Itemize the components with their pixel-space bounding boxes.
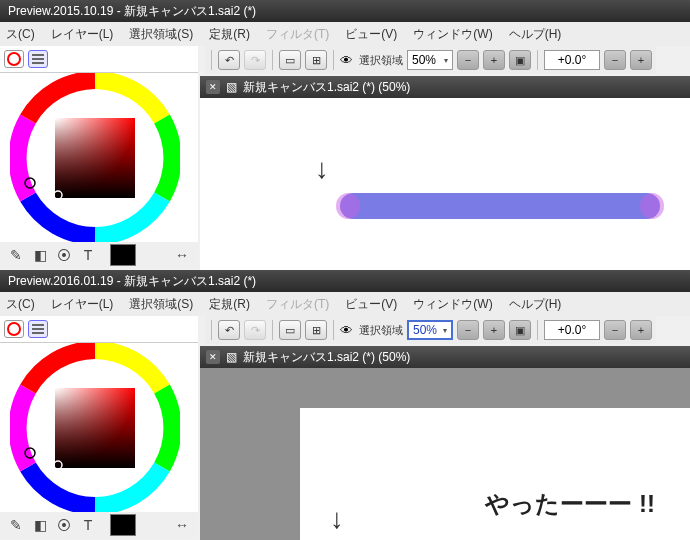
color-wheel-mode-button[interactable] [4, 320, 24, 338]
menu-selection[interactable]: 選択領域(S) [129, 296, 193, 313]
title-bar: Preview.2016.01.19 - 新規キャンバス1.sai2 (*) [0, 270, 690, 292]
zoom-in-button[interactable]: + [483, 50, 505, 70]
canvas-viewport[interactable]: ↓ [200, 98, 690, 270]
svg-rect-8 [55, 388, 135, 468]
zoom-input[interactable]: 50%▾ [407, 50, 453, 70]
arrow-annotation: ↓ [315, 153, 329, 185]
pen-tool[interactable]: ✎ [6, 245, 26, 265]
menu-selection[interactable]: 選択領域(S) [129, 26, 193, 43]
menu-canvas[interactable]: ス(C) [6, 26, 35, 43]
grid-button[interactable]: ⊞ [305, 320, 327, 340]
window-title: Preview.2015.10.19 - 新規キャンバス1.sai2 (*) [8, 4, 256, 18]
close-tab-button[interactable]: ✕ [206, 80, 220, 94]
eraser-tool[interactable]: ◧ [30, 245, 50, 265]
window-top: Preview.2015.10.19 - 新規キャンバス1.sai2 (*) ス… [0, 0, 690, 270]
brush-stroke [340, 193, 660, 219]
flip-button[interactable]: ↔ [172, 245, 192, 265]
color-wheel[interactable] [10, 343, 180, 513]
document-tab[interactable]: ✕ ▧ 新規キャンバス1.sai2 (*) (50%) [200, 76, 690, 98]
view-toolbar: ↶ ↷ ▭ ⊞ 👁 選択領域 50%▾ − + ▣ +0.0° − + [205, 316, 656, 344]
chevron-down-icon: ▾ [444, 56, 448, 65]
fit-button[interactable]: ▭ [279, 50, 301, 70]
chevron-down-icon: ▾ [443, 326, 447, 335]
menu-help[interactable]: ヘルプ(H) [509, 26, 562, 43]
document-tab-label: 新規キャンバス1.sai2 (*) (50%) [243, 79, 410, 96]
redo-button[interactable]: ↷ [244, 320, 266, 340]
menu-window[interactable]: ウィンドウ(W) [413, 296, 492, 313]
svg-point-6 [8, 323, 20, 335]
color-wheel-area [0, 343, 198, 513]
tool-row: ✎ ◧ ⦿ T ↔ [0, 512, 198, 538]
rotate-left-button[interactable]: − [604, 50, 626, 70]
brush-tool[interactable]: ⦿ [54, 245, 74, 265]
canvas-icon: ▧ [226, 350, 237, 364]
canvas-icon: ▧ [226, 80, 237, 94]
lines-mode-button[interactable] [28, 50, 48, 68]
brush-tool[interactable]: ⦿ [54, 515, 74, 535]
left-panel [0, 46, 198, 243]
angle-input[interactable]: +0.0° [544, 320, 600, 340]
color-wheel[interactable] [10, 73, 180, 243]
panel-mode-row [0, 316, 198, 343]
menu-canvas[interactable]: ス(C) [6, 296, 35, 313]
canvas-viewport[interactable]: ↓ やったーーー !! [200, 368, 690, 540]
menu-ruler[interactable]: 定規(R) [209, 26, 250, 43]
menu-layer[interactable]: レイヤー(L) [51, 296, 114, 313]
selection-label: 選択領域 [359, 323, 403, 338]
svg-point-0 [8, 53, 20, 65]
document-tab[interactable]: ✕ ▧ 新規キャンバス1.sai2 (*) (50%) [200, 346, 690, 368]
angle-input[interactable]: +0.0° [544, 50, 600, 70]
text-tool[interactable]: T [78, 515, 98, 535]
svg-rect-3 [55, 118, 135, 198]
undo-button[interactable]: ↶ [218, 50, 240, 70]
menu-filter[interactable]: フィルタ(T) [266, 26, 329, 43]
document-tab-label: 新規キャンバス1.sai2 (*) (50%) [243, 349, 410, 366]
window-title: Preview.2016.01.19 - 新規キャンバス1.sai2 (*) [8, 274, 256, 288]
fit-button[interactable]: ▭ [279, 320, 301, 340]
menu-bar: ス(C) レイヤー(L) 選択領域(S) 定規(R) フィルタ(T) ビュー(V… [0, 22, 690, 46]
menu-help[interactable]: ヘルプ(H) [509, 296, 562, 313]
menu-ruler[interactable]: 定規(R) [209, 296, 250, 313]
canvas[interactable]: ↓ [200, 98, 690, 270]
close-tab-button[interactable]: ✕ [206, 350, 220, 364]
undo-button[interactable]: ↶ [218, 320, 240, 340]
menu-bar: ス(C) レイヤー(L) 選択領域(S) 定規(R) フィルタ(T) ビュー(V… [0, 292, 690, 316]
redo-button[interactable]: ↷ [244, 50, 266, 70]
rotate-right-button[interactable]: + [630, 320, 652, 340]
selection-label: 選択領域 [359, 53, 403, 68]
color-swatch[interactable] [110, 244, 136, 266]
text-tool[interactable]: T [78, 245, 98, 265]
menu-view[interactable]: ビュー(V) [345, 26, 397, 43]
zoom-out-button[interactable]: − [457, 50, 479, 70]
zoom-reset-button[interactable]: ▣ [509, 320, 531, 340]
zoom-in-button[interactable]: + [483, 320, 505, 340]
pen-tool[interactable]: ✎ [6, 515, 26, 535]
title-bar: Preview.2015.10.19 - 新規キャンバス1.sai2 (*) [0, 0, 690, 22]
handwriting-annotation: やったーーー !! [485, 488, 655, 520]
canvas[interactable]: ↓ [300, 408, 690, 540]
left-panel [0, 316, 198, 513]
rotate-left-button[interactable]: − [604, 320, 626, 340]
view-toolbar: ↶ ↷ ▭ ⊞ 👁 選択領域 50%▾ − + ▣ +0.0° − + [205, 46, 656, 74]
lines-mode-button[interactable] [28, 320, 48, 338]
eye-icon: 👁 [340, 323, 353, 338]
panel-mode-row [0, 46, 198, 73]
arrow-annotation: ↓ [330, 503, 344, 535]
zoom-reset-button[interactable]: ▣ [509, 50, 531, 70]
color-wheel-mode-button[interactable] [4, 50, 24, 68]
grid-button[interactable]: ⊞ [305, 50, 327, 70]
window-bottom: Preview.2016.01.19 - 新規キャンバス1.sai2 (*) ス… [0, 270, 690, 540]
zoom-input[interactable]: 50%▾ [407, 320, 453, 340]
menu-filter[interactable]: フィルタ(T) [266, 296, 329, 313]
color-wheel-area [0, 73, 198, 243]
menu-view[interactable]: ビュー(V) [345, 296, 397, 313]
menu-layer[interactable]: レイヤー(L) [51, 26, 114, 43]
eye-icon: 👁 [340, 53, 353, 68]
eraser-tool[interactable]: ◧ [30, 515, 50, 535]
flip-button[interactable]: ↔ [172, 515, 192, 535]
tool-row: ✎ ◧ ⦿ T ↔ [0, 242, 198, 268]
zoom-out-button[interactable]: − [457, 320, 479, 340]
rotate-right-button[interactable]: + [630, 50, 652, 70]
color-swatch[interactable] [110, 514, 136, 536]
menu-window[interactable]: ウィンドウ(W) [413, 26, 492, 43]
